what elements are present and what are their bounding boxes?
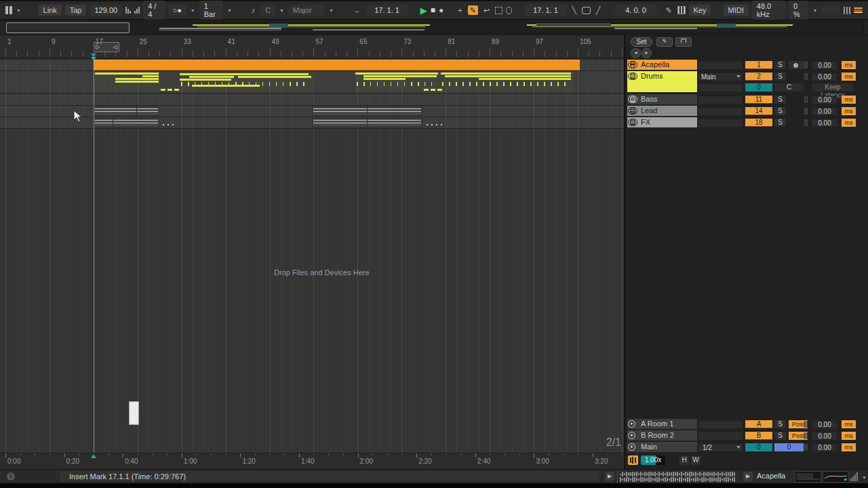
track-name-fx[interactable]: FX bbox=[627, 117, 697, 127]
next-marker-button[interactable]: ▸ bbox=[642, 48, 652, 58]
menu-icon[interactable] bbox=[628, 119, 635, 126]
clip-drums[interactable] bbox=[180, 71, 313, 93]
set-button[interactable]: Set bbox=[631, 37, 652, 47]
punch-out-icon[interactable]: ╱ bbox=[594, 5, 603, 15]
return-letter[interactable]: A bbox=[745, 420, 772, 428]
io-display[interactable] bbox=[698, 61, 743, 69]
io-display[interactable] bbox=[698, 119, 743, 127]
track-delay-value[interactable]: 0.00 bbox=[812, 119, 837, 127]
draw-mode-button[interactable]: ✎ bbox=[468, 5, 478, 15]
track-name-bass[interactable]: Bass bbox=[627, 94, 697, 104]
chevron-down-icon[interactable]: ▼ bbox=[279, 8, 285, 13]
track-delay-value[interactable]: 0.00 bbox=[812, 73, 837, 81]
time-signature-field[interactable]: 4 / 4 bbox=[143, 1, 164, 20]
clip-lead[interactable] bbox=[94, 106, 159, 116]
track-number[interactable]: 2 bbox=[745, 73, 772, 81]
arrangement-position-field[interactable]: 17. 1. 1 bbox=[366, 5, 408, 16]
menu-icon[interactable] bbox=[628, 107, 635, 115]
play-icon[interactable] bbox=[628, 61, 635, 68]
loop-start-field[interactable]: 17. 1. 1 bbox=[525, 5, 567, 16]
menu-icon[interactable] bbox=[628, 96, 635, 103]
clip-lead[interactable] bbox=[312, 106, 422, 116]
zoom-scale-field[interactable]: 1.00x bbox=[641, 455, 665, 465]
return-track-b[interactable]: B Room 2 bbox=[627, 430, 697, 441]
track-number[interactable]: 18 bbox=[745, 119, 772, 127]
tempo-field[interactable]: 129.00 bbox=[90, 5, 122, 16]
gain-value[interactable]: 0 bbox=[745, 83, 772, 92]
track-width-button[interactable]: W bbox=[691, 455, 701, 465]
scale-menu[interactable]: Major bbox=[288, 5, 325, 16]
track-status-icon[interactable] bbox=[854, 7, 863, 14]
ms-unit-button[interactable]: ms bbox=[842, 107, 856, 115]
arrangement-overview[interactable] bbox=[0, 20, 868, 35]
device-thumbnail[interactable] bbox=[823, 471, 849, 483]
nudge-up-icon[interactable] bbox=[134, 7, 140, 14]
track-delay-value[interactable]: 0.00 bbox=[812, 443, 837, 451]
follow-icon[interactable]: → bbox=[351, 5, 363, 15]
track-number[interactable]: 11 bbox=[745, 96, 772, 104]
pencil-button[interactable]: ✎ bbox=[656, 37, 673, 47]
zoom-waveform-icon[interactable] bbox=[628, 455, 638, 465]
return-track-a[interactable]: A Room 1 bbox=[627, 419, 697, 429]
main-volume[interactable]: 0 bbox=[774, 443, 804, 451]
track-delay-value[interactable]: 0.00 bbox=[812, 420, 837, 428]
track-delay-value[interactable]: 0.00 bbox=[812, 432, 837, 440]
clip-acapella[interactable] bbox=[94, 60, 580, 70]
scale-icon[interactable]: ♪ bbox=[250, 5, 258, 15]
track-height-button[interactable]: H bbox=[679, 455, 689, 465]
beat-time-ruler[interactable]: ▷◁ 191725334149576573818997105 bbox=[0, 35, 624, 57]
solo-button[interactable]: S bbox=[774, 420, 786, 428]
ms-unit-button[interactable]: ms bbox=[842, 119, 856, 127]
output-meter-icon[interactable] bbox=[850, 472, 858, 481]
ms-unit-button[interactable]: ms bbox=[842, 443, 856, 451]
overview-strip[interactable] bbox=[5, 22, 864, 34]
audio-preview-waveform[interactable] bbox=[617, 471, 738, 483]
chevron-down-icon[interactable]: ▼ bbox=[226, 8, 233, 13]
key-map-button[interactable]: Key bbox=[689, 5, 711, 16]
track-delay-value[interactable]: 0.00 bbox=[812, 61, 837, 69]
menu-icon[interactable] bbox=[628, 73, 635, 80]
loop-switch-icon[interactable] bbox=[582, 7, 591, 14]
stop-button[interactable]: ■ bbox=[431, 6, 435, 14]
io-display[interactable] bbox=[698, 107, 743, 115]
tap-tempo-button[interactable]: Tap bbox=[65, 5, 87, 16]
arm-button[interactable] bbox=[789, 61, 804, 69]
play-icon[interactable] bbox=[628, 432, 635, 439]
track-delay-value[interactable]: 0.00 bbox=[812, 107, 837, 115]
options-icon[interactable] bbox=[5, 6, 12, 14]
chevron-down-icon[interactable]: ▼ bbox=[812, 8, 818, 13]
io-display[interactable] bbox=[698, 96, 743, 104]
track-delay-value[interactable]: 0.00 bbox=[812, 96, 837, 104]
io-display[interactable] bbox=[698, 83, 743, 92]
loop-length-field[interactable]: 4. 0. 0 bbox=[615, 5, 657, 16]
chevron-down-icon[interactable]: ▼ bbox=[190, 8, 196, 13]
punch-in-icon[interactable]: ╲ bbox=[570, 5, 579, 15]
solo-button[interactable]: S bbox=[774, 107, 786, 115]
clip-play-button[interactable]: ▶ bbox=[743, 472, 753, 481]
clip-drums[interactable] bbox=[95, 71, 160, 93]
track-name-acapella[interactable]: Acapella bbox=[627, 60, 697, 70]
prev-marker-button[interactable]: ◂ bbox=[631, 48, 641, 58]
metronome-button[interactable]: ○● bbox=[168, 5, 186, 16]
lock-button[interactable] bbox=[675, 37, 692, 47]
io-display[interactable] bbox=[698, 420, 743, 428]
solo-button[interactable]: S bbox=[774, 119, 786, 127]
chevron-down-icon[interactable]: ▼ bbox=[328, 8, 334, 13]
io-display[interactable] bbox=[698, 432, 743, 440]
cue-volume[interactable]: 0 bbox=[745, 443, 772, 451]
clip-fx[interactable] bbox=[312, 118, 422, 127]
solo-button[interactable]: S bbox=[774, 61, 786, 69]
play-button[interactable]: ▶ bbox=[420, 6, 427, 15]
info-icon[interactable]: i bbox=[7, 472, 15, 481]
track-number[interactable]: 1 bbox=[745, 61, 772, 69]
play-icon[interactable] bbox=[628, 420, 635, 428]
time-ruler[interactable]: 0:000:200:401:001:201:402:002:202:403:00… bbox=[0, 453, 624, 470]
re-enable-automation-icon[interactable]: ↩ bbox=[481, 5, 492, 15]
play-icon[interactable] bbox=[628, 443, 635, 451]
computer-midi-keyboard-icon[interactable] bbox=[677, 6, 686, 14]
midi-map-button[interactable]: MIDI bbox=[724, 5, 749, 16]
overview-view-rectangle[interactable] bbox=[6, 22, 130, 33]
record-button[interactable]: ● bbox=[439, 6, 443, 14]
clip-drums[interactable] bbox=[441, 71, 574, 93]
crossfade-assign[interactable]: C bbox=[774, 83, 804, 92]
